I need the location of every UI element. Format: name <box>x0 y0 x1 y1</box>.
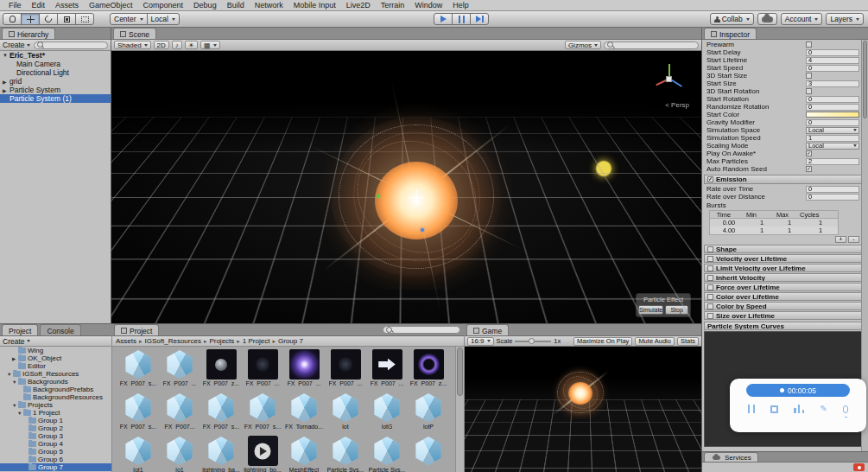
step-button[interactable] <box>470 13 489 25</box>
property-field[interactable]: 0 <box>806 96 859 103</box>
module-checkbox[interactable] <box>707 256 713 262</box>
collab-button[interactable]: Collab <box>710 13 754 25</box>
asset-item[interactable]: FX_P007_z... <box>200 349 242 391</box>
folder-tree-item[interactable]: ▼ Projects <box>0 401 111 409</box>
asset-item[interactable]: FX_P007_s... <box>117 392 159 434</box>
cloud-button[interactable] <box>757 13 777 25</box>
asset-item[interactable]: lotP <box>408 392 449 434</box>
particle-system-curves-header[interactable]: Particle System Curves <box>704 322 866 330</box>
property-field[interactable]: 0 <box>806 65 859 72</box>
gizmos-dropdown[interactable]: Gizmos <box>565 41 601 49</box>
hierarchy-item[interactable]: ▶ Particle System <box>0 86 111 94</box>
play-button[interactable] <box>434 13 453 25</box>
game-viewport[interactable] <box>465 347 701 472</box>
property-field[interactable]: 3 <box>806 80 859 87</box>
simulate-button[interactable]: Simulate <box>638 305 663 315</box>
asset-item[interactable]: FX_Tornado... <box>283 392 325 434</box>
menu-item[interactable]: Debug <box>188 1 222 10</box>
particle-module-bar[interactable]: Color by Speed <box>704 302 866 310</box>
asset-item[interactable]: FX_P007_s... <box>200 392 242 434</box>
property-checkbox[interactable] <box>806 88 812 94</box>
emission-checkbox[interactable] <box>707 176 713 182</box>
create-dropdown[interactable]: Create <box>3 41 30 49</box>
property-dropdown[interactable]: Local <box>806 143 859 150</box>
particle-module-bar[interactable]: Size over Lifetime <box>704 311 866 320</box>
breadcrumb-segment[interactable]: Projects <box>209 337 234 345</box>
tab-hierarchy[interactable]: Hierarchy <box>2 28 55 39</box>
2d-toggle-button[interactable]: 2D <box>154 41 169 49</box>
asset-item[interactable]: FX_P007_... <box>283 349 325 391</box>
module-checkbox[interactable] <box>707 246 713 252</box>
property-checkbox[interactable] <box>806 73 812 79</box>
particle-module-bar[interactable]: Force over Lifetime <box>704 283 866 291</box>
module-checkbox[interactable] <box>707 275 713 281</box>
property-field[interactable]: 4 <box>806 57 859 64</box>
asset-item[interactable]: FX_P007_... <box>242 349 283 391</box>
start-color-swatch[interactable] <box>806 112 859 118</box>
asset-item[interactable]: lot1 <box>117 436 159 472</box>
mute-audio-toggle[interactable]: Mute Audio <box>635 337 675 346</box>
space-toggle-button[interactable]: Local <box>147 13 180 25</box>
gizmo-hub[interactable] <box>666 76 672 82</box>
hierarchy-item[interactable]: Directional Light <box>0 68 111 77</box>
create-dropdown[interactable]: Create <box>3 337 30 346</box>
property-field[interactable]: 0 <box>806 104 859 111</box>
menu-item[interactable]: Live2D <box>341 1 376 10</box>
asset-item[interactable]: Particle Sys... <box>325 436 366 472</box>
folder-tree-item[interactable]: Group 2 <box>0 424 111 432</box>
scene-viewport[interactable]: < Persp Particle Effect Simulate Stop <box>111 51 701 323</box>
menu-item[interactable]: Terrain <box>376 1 410 10</box>
perspective-label[interactable]: < Persp <box>665 101 689 109</box>
burst-row[interactable]: 0.00 1 1 1 <box>710 219 838 226</box>
asset-item[interactable]: FX_P007... <box>159 392 200 434</box>
account-dropdown[interactable]: Account <box>781 13 823 25</box>
property-field[interactable]: 0 <box>806 186 859 193</box>
module-checkbox[interactable] <box>707 303 713 309</box>
disclosure-arrow-icon[interactable]: ▼ <box>12 403 18 408</box>
scene-orientation-gizmo[interactable] <box>649 60 689 99</box>
property-checkbox[interactable] <box>806 41 812 48</box>
property-field[interactable]: 0 <box>806 119 859 126</box>
pause-button[interactable] <box>452 13 471 25</box>
aspect-ratio-dropdown[interactable]: 16:9 <box>467 337 494 346</box>
breadcrumb-segment[interactable]: IGSoft_Resources <box>145 337 201 345</box>
asset-item[interactable]: MeshEffect <box>283 436 325 472</box>
property-field[interactable]: 2 <box>806 158 859 165</box>
recorder-pen-button[interactable]: ✎ <box>820 405 827 413</box>
tab-inspector[interactable]: Inspector <box>704 28 757 39</box>
rotate-tool-button[interactable] <box>39 13 58 25</box>
scale-slider[interactable] <box>515 341 551 342</box>
tab-console[interactable]: Console <box>40 324 80 335</box>
hierarchy-search-input[interactable] <box>34 41 108 49</box>
burst-row[interactable]: 4.00 1 1 1 <box>710 226 838 234</box>
menu-item[interactable]: Window <box>409 1 447 10</box>
scale-tool-button[interactable] <box>57 13 76 25</box>
scrollbar-thumb[interactable] <box>457 348 463 396</box>
menu-item[interactable]: GameObject <box>84 1 138 10</box>
breadcrumb-segment[interactable]: Group 7 <box>278 337 303 345</box>
menu-item[interactable]: Edit <box>27 1 51 10</box>
folder-tree-item[interactable]: ▶ OK_Object <box>0 354 111 362</box>
folder-tree-item[interactable]: Group 4 <box>0 440 111 448</box>
breadcrumb-segment[interactable]: 1 Project <box>243 337 270 345</box>
slider-thumb[interactable] <box>529 338 535 344</box>
maximize-on-play-toggle[interactable]: Maximize On Play <box>573 337 632 346</box>
disclosure-arrow-icon[interactable]: ▼ <box>3 53 10 58</box>
stop-button[interactable]: Stop <box>665 305 688 315</box>
particle-module-bar[interactable]: Shape <box>704 245 866 253</box>
module-checkbox[interactable] <box>707 284 713 290</box>
pivot-toggle-button[interactable]: Center <box>110 13 148 25</box>
layers-dropdown[interactable]: Layers <box>826 13 864 25</box>
property-dropdown[interactable]: Local <box>806 127 859 134</box>
scene-effects-dropdown[interactable]: ▦ <box>200 41 220 49</box>
scene-audio-toggle[interactable]: ♪ <box>172 41 182 49</box>
asset-item[interactable]: FX_P007_z... <box>408 349 449 391</box>
particle-module-bar[interactable]: Limit Velocity over Lifetime <box>704 264 866 272</box>
disclosure-arrow-icon[interactable]: ▼ <box>7 372 13 377</box>
hierarchy-item[interactable]: ▶ grid <box>0 77 111 86</box>
property-checkbox[interactable] <box>806 150 812 156</box>
property-field[interactable]: 0 <box>806 49 859 56</box>
disclosure-arrow-icon[interactable]: ▶ <box>12 356 18 361</box>
hierarchy-item[interactable]: Particle System (1) <box>0 94 111 103</box>
scene-lighting-toggle[interactable]: ☀ <box>185 41 198 49</box>
